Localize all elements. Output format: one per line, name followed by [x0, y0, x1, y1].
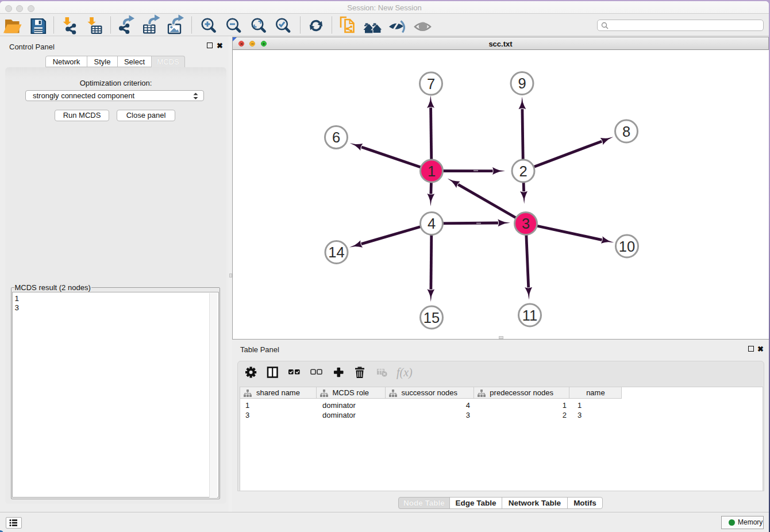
svg-text:f(x): f(x): [396, 366, 413, 379]
svg-text:4: 4: [428, 215, 436, 232]
svg-text:3: 3: [522, 215, 530, 232]
svg-text:9: 9: [518, 75, 526, 91]
svg-text:6: 6: [332, 129, 340, 145]
svg-text:1: 1: [428, 163, 436, 179]
svg-text:11: 11: [522, 307, 537, 323]
svg-text:7: 7: [427, 76, 435, 92]
svg-text:15: 15: [424, 310, 440, 326]
svg-text:10: 10: [619, 238, 635, 255]
svg-text:14: 14: [328, 244, 344, 260]
svg-text:2: 2: [519, 163, 527, 179]
svg-text:8: 8: [622, 124, 630, 140]
